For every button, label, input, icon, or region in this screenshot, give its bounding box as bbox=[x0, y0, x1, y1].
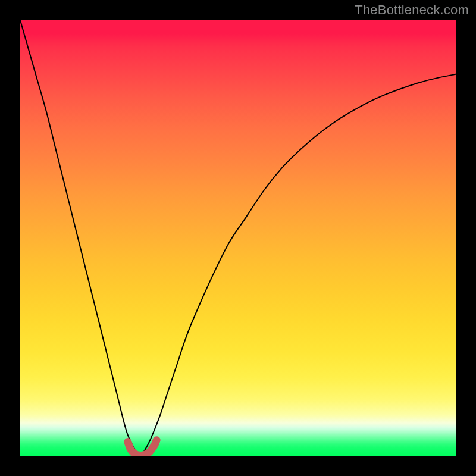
watermark-text: TheBottleneck.com bbox=[355, 2, 469, 18]
chart-frame: TheBottleneck.com bbox=[0, 0, 476, 476]
curve-layer bbox=[20, 20, 456, 456]
bottleneck-curve bbox=[20, 20, 456, 455]
plot-area bbox=[20, 20, 456, 456]
minimum-marker bbox=[128, 440, 156, 456]
